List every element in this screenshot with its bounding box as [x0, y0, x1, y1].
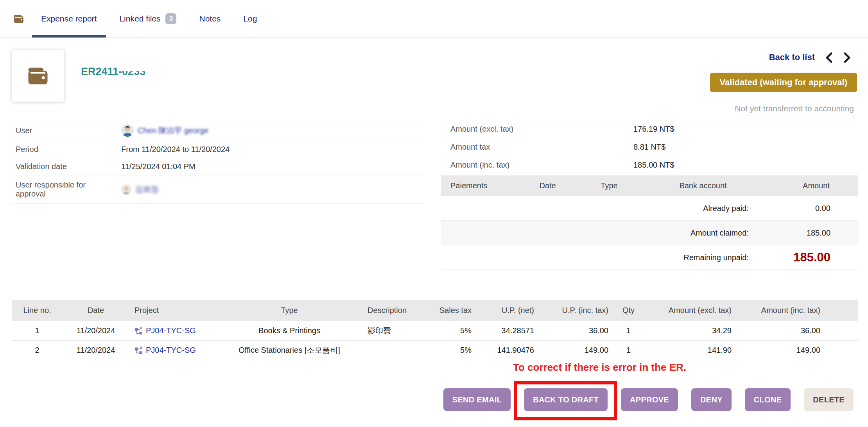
table-row: Period From 11/20/2024 to 11/20/2024 — [12, 141, 423, 158]
line-up-net: 34.28571 — [477, 321, 540, 340]
expense-info-table: User Chen 陳泊宇 george Period From 11/20/2… — [12, 120, 423, 204]
remaining-unpaid-row: Remaining unpaid: 185.00 — [441, 245, 858, 270]
expense-lines-table: Line no. Date Project Type Description S… — [12, 300, 858, 360]
approver-link[interactable]: 김희정 — [121, 184, 420, 195]
back-to-draft-highlight-wrap: BACK TO DRAFT — [524, 388, 608, 411]
line-qty: 1 — [614, 321, 643, 340]
linked-files-count-badge: 3 — [165, 13, 176, 24]
table-row: Amount tax 8.81 NT$ — [441, 138, 858, 156]
wallet-tab-icon[interactable] — [13, 13, 25, 25]
line-type: Books & Printings — [227, 321, 352, 340]
col-date: Date — [63, 300, 129, 321]
deny-button[interactable]: DENY — [691, 388, 732, 411]
line-up-inc-tax: 36.00 — [540, 321, 614, 340]
send-email-button[interactable]: SEND EMAIL — [443, 388, 511, 411]
col-sales-tax: Sales tax — [430, 300, 477, 321]
payments-header-row: Paiements Date Type Bank account Amount — [441, 175, 858, 196]
project-ref: PJ04-TYC-SG — [146, 346, 196, 355]
table-row: User Chen 陳泊宇 george — [12, 120, 423, 141]
accounting-note: Not yet transferred to accounting — [735, 104, 854, 113]
user-name: Chen 陳泊宇 george — [138, 125, 208, 136]
validation-date-label: Validation date — [12, 158, 117, 175]
payments-col-amount: Amount — [768, 181, 858, 190]
table-row: Validation date 11/25/2024 01:04 PM — [12, 158, 423, 175]
payments-col-bank-account: Bank account — [638, 181, 768, 190]
next-record-button[interactable] — [843, 52, 851, 63]
remaining-unpaid-label: Remaining unpaid: — [441, 253, 749, 262]
line-type: Office Stationaries [소모품비] — [227, 340, 352, 360]
period-value: From 11/20/2024 to 11/20/2024 — [117, 141, 423, 158]
record-navigation: Back to list — [769, 51, 851, 64]
user-label: User — [12, 120, 117, 141]
table-row: Amount (inc. tax) 185.00 NT$ — [441, 156, 858, 174]
back-to-draft-button[interactable]: BACK TO DRAFT — [524, 388, 608, 411]
line-sales-tax: 5% — [430, 321, 477, 340]
payments-col-date: Date — [515, 181, 580, 190]
clone-button[interactable]: CLONE — [745, 388, 791, 411]
line-no: 2 — [12, 340, 63, 360]
approver-avatar — [121, 184, 131, 195]
payments-col-type: Type — [580, 181, 638, 190]
delete-button[interactable]: DELETE — [804, 388, 854, 411]
amount-incl-tax-label: Amount (inc. tax) — [441, 156, 633, 174]
chevron-left-icon — [825, 52, 833, 63]
user-avatar — [121, 124, 134, 137]
col-up-inc-tax: U.P. (inc. tax) — [540, 300, 614, 321]
back-to-list-link[interactable]: Back to list — [769, 52, 815, 63]
line-sales-tax: 5% — [430, 340, 477, 360]
user-link[interactable]: Chen 陳泊宇 george — [121, 124, 420, 137]
annotation-text: To correct if there is error in the ER. — [513, 361, 686, 373]
remaining-unpaid-value: 185.00 — [749, 250, 858, 264]
line-up-inc-tax: 149.00 — [540, 340, 614, 360]
chevron-right-icon — [843, 52, 851, 63]
line-date: 11/20/2024 — [63, 321, 129, 340]
col-type: Type — [227, 300, 352, 321]
col-amount-inc-tax: Amount (inc. tax) — [737, 300, 826, 321]
line-no: 1 — [12, 321, 63, 340]
line-amount-excl-tax: 141.90 — [643, 340, 737, 360]
amount-excl-tax-value: 176.19 NT$ — [633, 120, 858, 138]
project-icon — [135, 346, 143, 354]
already-paid-row: Already paid: 0.00 — [441, 196, 858, 220]
col-amount-excl-tax: Amount (excl. tax) — [643, 300, 737, 321]
line-description — [352, 340, 430, 360]
expense-photo-card[interactable] — [12, 50, 64, 102]
project-ref: PJ04-TYC-SG — [146, 326, 196, 335]
approver-label: User responsible for approval — [12, 175, 117, 204]
approver-name: 김희정 — [135, 184, 159, 195]
tab-linked-files-label: Linked files — [119, 14, 160, 23]
validation-date-value: 11/25/2024 01:04 PM — [117, 158, 423, 175]
table-row: Amount (excl. tax) 176.19 NT$ — [441, 120, 858, 138]
project-link[interactable]: PJ04-TYC-SG — [135, 346, 221, 355]
wallet-photo-icon — [26, 64, 50, 88]
line-date: 11/20/2024 — [63, 340, 129, 360]
tab-expense-report[interactable]: Expense report — [40, 0, 97, 38]
amount-claimed-value: 185.00 — [749, 229, 858, 238]
amounts-table: Amount (excl. tax) 176.19 NT$ Amount tax… — [441, 120, 858, 174]
expense-ref-redacted: 0233 — [122, 66, 145, 78]
already-paid-value: 0.00 — [749, 204, 858, 213]
project-icon — [135, 327, 143, 335]
col-up-net: U.P. (net) — [477, 300, 540, 321]
amount-tax-label: Amount tax — [441, 138, 633, 156]
page-title-expense-ref: ER2411-0233 — [81, 66, 145, 78]
line-amount-inc-tax: 149.00 — [737, 340, 826, 360]
prev-record-button[interactable] — [825, 52, 833, 63]
line-qty: 1 — [614, 340, 643, 360]
period-label: Period — [12, 141, 117, 158]
project-link[interactable]: PJ04-TYC-SG — [135, 326, 221, 335]
payments-col-paiements: Paiements — [441, 181, 515, 190]
amount-tax-value: 8.81 NT$ — [633, 138, 858, 156]
amount-incl-tax-value: 185.00 NT$ — [633, 156, 858, 174]
amounts-panel: Amount (excl. tax) 176.19 NT$ Amount tax… — [441, 120, 858, 270]
tab-log[interactable]: Log — [242, 0, 258, 38]
tab-log-label: Log — [243, 14, 257, 23]
amount-claimed-row: Amount claimed: 185.00 — [441, 220, 858, 245]
tab-notes[interactable]: Notes — [198, 0, 221, 38]
approve-button[interactable]: APPROVE — [621, 388, 678, 411]
lines-header-row: Line no. Date Project Type Description S… — [12, 300, 858, 321]
amount-claimed-label: Amount claimed: — [441, 229, 749, 238]
line-description: 影印費 — [352, 321, 430, 340]
line-amount-inc-tax: 36.00 — [737, 321, 826, 340]
tab-linked-files[interactable]: Linked files 3 — [118, 0, 177, 38]
